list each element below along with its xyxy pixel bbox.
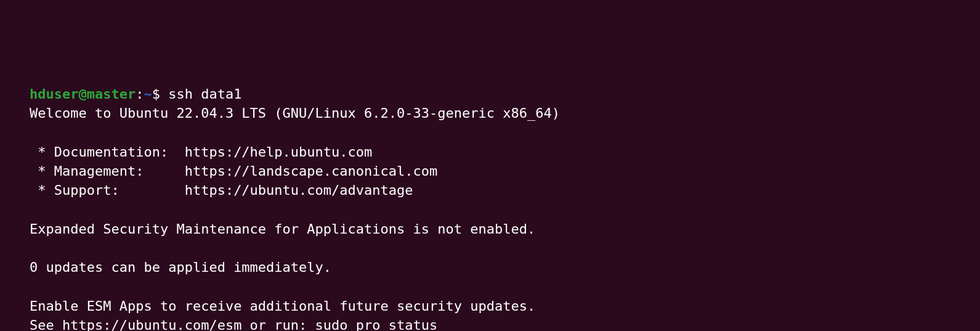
motd-management: * Management: https://landscape.canonica… [30, 163, 437, 179]
motd-esm-notice: Expanded Security Maintenance for Applic… [30, 221, 535, 237]
terminal-output[interactable]: hduser@master:~$ ssh data1 Welcome to Ub… [30, 84, 980, 331]
prompt-user-host: hduser@master [30, 86, 136, 102]
prompt-colon: : [136, 86, 144, 102]
command-text: ssh data1 [168, 86, 241, 102]
motd-esm-see: See https://ubuntu.com/esm or run: sudo … [30, 317, 437, 331]
prompt-path: ~ [144, 86, 152, 102]
prompt-dollar: $ [152, 86, 169, 102]
motd-welcome: Welcome to Ubuntu 22.04.3 LTS (GNU/Linux… [30, 105, 560, 121]
motd-esm-enable: Enable ESM Apps to receive additional fu… [30, 298, 535, 314]
motd-documentation: * Documentation: https://help.ubuntu.com [30, 144, 372, 160]
motd-support: * Support: https://ubuntu.com/advantage [30, 182, 413, 198]
motd-updates: 0 updates can be applied immediately. [30, 259, 331, 275]
